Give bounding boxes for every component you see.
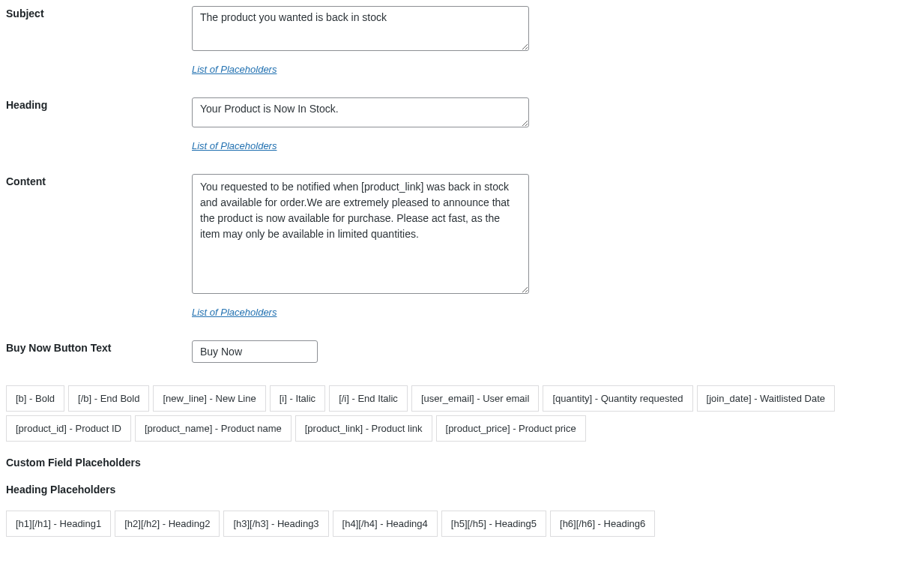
heading-placeholders-title: Heading Placeholders bbox=[6, 484, 918, 496]
heading-placeholders-list: [h1][/h1] - Heading1[h2][/h2] - Heading2… bbox=[6, 511, 918, 537]
subject-textarea[interactable] bbox=[192, 6, 529, 51]
placeholder-tag[interactable]: [product_link] - Product link bbox=[295, 415, 432, 442]
heading-placeholder-tag[interactable]: [h1][/h1] - Heading1 bbox=[6, 511, 111, 537]
placeholder-tag[interactable]: [user_email] - User email bbox=[411, 385, 540, 412]
placeholder-tag[interactable]: [new_line] - New Line bbox=[153, 385, 265, 412]
placeholder-tag[interactable]: [product_id] - Product ID bbox=[6, 415, 131, 442]
subject-label: Subject bbox=[6, 6, 192, 19]
placeholder-tag[interactable]: [join_date] - Waitlisted Date bbox=[697, 385, 835, 412]
placeholder-tag[interactable]: [/i] - End Italic bbox=[329, 385, 408, 412]
heading-placeholder-tag[interactable]: [h6][/h6] - Heading6 bbox=[550, 511, 655, 537]
heading-textarea[interactable] bbox=[192, 97, 529, 127]
heading-placeholder-tag[interactable]: [h5][/h5] - Heading5 bbox=[441, 511, 546, 537]
content-textarea[interactable] bbox=[192, 174, 529, 294]
placeholder-tag[interactable]: [b] - Bold bbox=[6, 385, 64, 412]
heading-placeholder-tag[interactable]: [h3][/h3] - Heading3 bbox=[223, 511, 328, 537]
placeholder-tag[interactable]: [i] - Italic bbox=[270, 385, 325, 412]
placeholder-tag[interactable]: [quantity] - Quantity requested bbox=[543, 385, 692, 412]
heading-placeholders-link[interactable]: List of Placeholders bbox=[192, 140, 277, 151]
heading-label: Heading bbox=[6, 97, 192, 111]
heading-placeholder-tag[interactable]: [h2][/h2] - Heading2 bbox=[115, 511, 220, 537]
content-placeholders-link[interactable]: List of Placeholders bbox=[192, 307, 277, 318]
heading-placeholder-tag[interactable]: [h4][/h4] - Heading4 bbox=[333, 511, 438, 537]
placeholder-tag[interactable]: [/b] - End Bold bbox=[68, 385, 149, 412]
placeholders-list: [b] - Bold[/b] - End Bold[new_line] - Ne… bbox=[6, 385, 918, 442]
placeholder-tag[interactable]: [product_name] - Product name bbox=[135, 415, 292, 442]
custom-field-placeholders-title: Custom Field Placeholders bbox=[6, 457, 918, 469]
subject-placeholders-link[interactable]: List of Placeholders bbox=[192, 64, 277, 75]
buy-now-label: Buy Now Button Text bbox=[6, 340, 192, 354]
buy-now-input[interactable] bbox=[192, 340, 318, 363]
placeholder-tag[interactable]: [product_price] - Product price bbox=[436, 415, 586, 442]
content-label: Content bbox=[6, 174, 192, 187]
